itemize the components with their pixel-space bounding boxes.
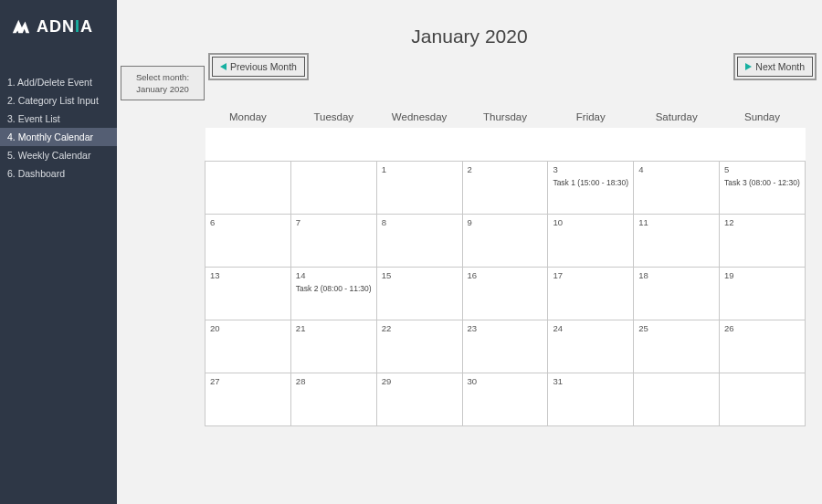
calendar-cell[interactable]: 25 [634,320,720,373]
day-number: 27 [210,376,286,386]
day-number: 23 [468,323,543,333]
day-header-monday: Monday [206,108,291,128]
day-number: 30 [468,376,543,386]
logo: ADNIA [0,0,117,42]
calendar-cell[interactable]: 14Task 2 (08:00 - 11:30) [290,267,376,320]
calendar-week-3: 20212223242526 [206,320,806,373]
calendar-cell[interactable]: 11 [634,214,720,267]
calendar-cell[interactable]: 13 [206,267,291,320]
calendar-cell[interactable]: 18 [634,267,720,320]
calendar-cell[interactable]: 9 [462,214,548,267]
calendar-week-2: 1314Task 2 (08:00 - 11:30)1516171819 [206,267,806,320]
calendar-week-4: 2728293031 [206,373,806,425]
calendar-cell[interactable] [720,373,806,425]
calendar-event[interactable]: Task 2 (08:00 - 11:30) [296,284,372,293]
day-header-tuesday: Tuesday [290,108,376,128]
day-number: 2 [468,164,543,174]
calendar-cell[interactable]: 28 [290,373,376,425]
sidebar-item-4[interactable]: 5. Weekly Calendar [0,146,117,164]
day-header-friday: Friday [548,108,634,128]
day-header-thursday: Thursday [462,108,548,128]
calendar-cell[interactable]: 26 [720,320,806,373]
day-number: 24 [553,323,628,333]
day-number: 17 [553,270,628,280]
previous-month-label: Previous Month [230,61,297,72]
controls: Select month: January 2020 Previous Mont… [117,57,822,108]
page-title: January 2020 [117,26,822,47]
calendar-event[interactable]: Task 1 (15:00 - 18:30) [553,178,628,187]
calendar-cell[interactable]: 15 [376,267,462,320]
logo-text: ADNIA [37,17,93,37]
triangle-left-icon [220,63,227,70]
calendar-cell[interactable]: 6 [206,214,291,267]
day-number: 26 [724,323,800,333]
calendar-cell[interactable]: 2 [462,161,548,214]
calendar-cell[interactable]: 21 [290,320,376,373]
previous-month-button[interactable]: Previous Month [212,57,305,77]
calendar-cell[interactable]: 1 [376,161,462,214]
logo-icon [11,16,31,37]
day-number: 7 [296,217,372,227]
select-month-picker[interactable]: Select month: January 2020 [121,66,205,100]
calendar-cell[interactable]: 22 [376,320,462,373]
day-number: 22 [382,323,458,333]
calendar-cell[interactable]: 19 [720,267,806,320]
sidebar-item-3[interactable]: 4. Monthly Calendar [0,128,117,146]
day-number: 14 [296,270,372,280]
calendar-grid: MondayTuesdayWednesdayThursdayFridaySatu… [205,108,806,426]
calendar-cell[interactable]: 16 [462,267,548,320]
calendar-cell[interactable]: 4 [634,161,720,214]
day-number: 15 [382,270,458,280]
next-month-label: Next Month [755,61,805,72]
day-number: 21 [296,323,372,333]
calendar-cell[interactable] [634,373,720,425]
calendar-cell[interactable]: 31 [548,373,634,425]
day-number: 11 [638,217,714,227]
day-number: 31 [553,376,628,386]
day-number: 16 [468,270,543,280]
sidebar-nav: 1. Add/Delete Event2. Category List Inpu… [0,73,117,183]
day-number: 25 [638,323,714,333]
calendar-cell[interactable] [290,161,376,214]
main: January 2020 Select month: January 2020 … [117,0,822,504]
calendar-cell[interactable]: 3Task 1 (15:00 - 18:30) [548,161,634,214]
day-number: 4 [638,164,714,174]
day-number: 9 [468,217,543,227]
calendar-cell[interactable] [206,161,291,214]
calendar-cell[interactable]: 27 [206,373,291,425]
sidebar-item-5[interactable]: 6. Dashboard [0,164,117,183]
calendar-cell[interactable]: 23 [462,320,548,373]
sidebar-item-1[interactable]: 2. Category List Input [0,91,117,110]
select-month-value: January 2020 [136,83,189,95]
day-header-saturday: Saturday [634,108,720,128]
day-number: 28 [296,376,372,386]
sidebar-item-2[interactable]: 3. Event List [0,110,117,128]
calendar-cell[interactable]: 17 [548,267,634,320]
calendar-week-0: 123Task 1 (15:00 - 18:30)45Task 3 (08:00… [206,161,806,214]
calendar-cell[interactable]: 5Task 3 (08:00 - 12:30) [720,161,806,214]
day-number: 19 [724,270,800,280]
day-number: 6 [210,217,286,227]
calendar-cell[interactable]: 10 [548,214,634,267]
calendar-cell[interactable]: 7 [290,214,376,267]
calendar-week-1: 6789101112 [206,214,806,267]
calendar-cell[interactable]: 30 [462,373,548,425]
sidebar-item-0[interactable]: 1. Add/Delete Event [0,73,117,91]
next-month-button[interactable]: Next Month [737,57,813,77]
day-number: 29 [382,376,458,386]
day-number: 8 [382,217,458,227]
calendar-cell[interactable]: 12 [720,214,806,267]
day-number: 5 [724,164,800,174]
calendar-event[interactable]: Task 3 (08:00 - 12:30) [724,178,800,187]
calendar-cell[interactable]: 8 [376,214,462,267]
calendar-cell[interactable]: 20 [206,320,291,373]
day-number: 3 [553,164,628,174]
day-number: 20 [210,323,286,333]
calendar-cell[interactable]: 29 [376,373,462,425]
calendar-cell[interactable]: 24 [548,320,634,373]
day-number: 18 [638,270,714,280]
day-number: 1 [382,164,458,174]
triangle-right-icon [745,63,752,70]
day-number: 13 [210,270,286,280]
day-number: 12 [724,217,800,227]
